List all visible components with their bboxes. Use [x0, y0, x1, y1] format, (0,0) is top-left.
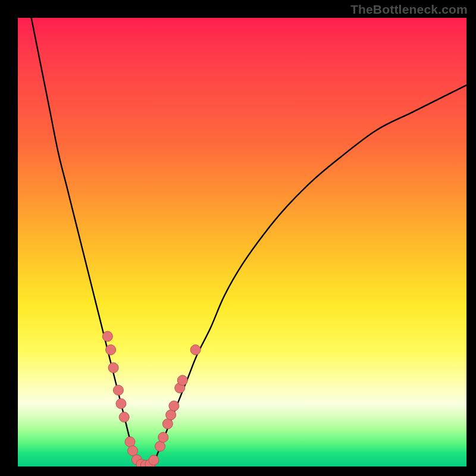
data-point-marker [162, 419, 173, 429]
data-point-marker [125, 437, 135, 447]
data-point-marker [108, 363, 118, 373]
chart-stage: TheBottleneck.com [0, 0, 476, 476]
data-point-marker [128, 446, 138, 456]
data-point-marker [169, 401, 179, 411]
data-point-marker [166, 410, 176, 420]
data-point-marker [102, 331, 112, 342]
plot-area [18, 18, 466, 466]
data-point-marker [190, 345, 201, 355]
data-point-marker [113, 385, 123, 395]
data-point-marker [106, 345, 116, 355]
chart-svg [18, 18, 466, 466]
data-point-marker [158, 432, 168, 442]
data-point-marker [149, 455, 159, 465]
right-curve [152, 85, 466, 466]
data-point-marker [119, 412, 129, 422]
watermark-text: TheBottleneck.com [350, 2, 468, 17]
data-point-marker [116, 399, 126, 409]
data-point-marker [155, 441, 165, 452]
markers-group [102, 331, 201, 466]
data-point-marker [177, 375, 187, 386]
